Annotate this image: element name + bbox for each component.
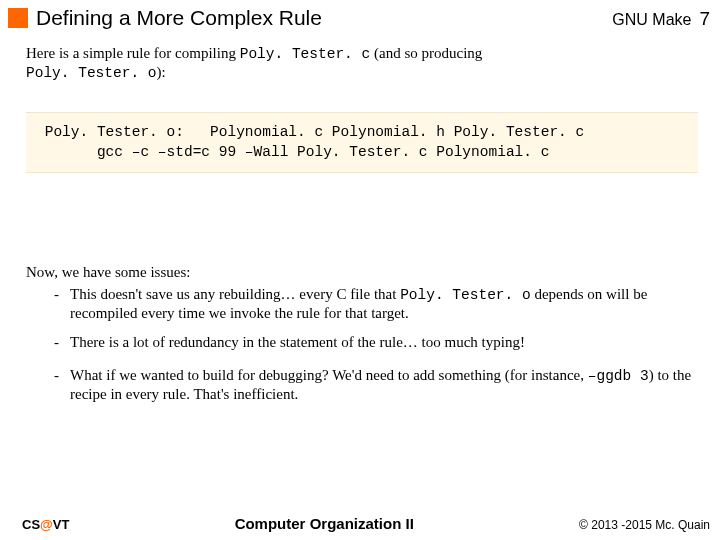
bullet-dash: -: [54, 333, 70, 352]
bullet-text: There is a lot of redundancy in the stat…: [70, 333, 698, 352]
slide-content: Here is a simple rule for compiling Poly…: [0, 34, 720, 404]
bullet-text-part: What if we wanted to build for debugging…: [70, 367, 588, 383]
footer-vt: VT: [53, 517, 70, 532]
bullet-item: - There is a lot of redundancy in the st…: [54, 333, 698, 352]
intro-text: (and so producing: [370, 45, 482, 61]
intro-text: ):: [157, 64, 166, 80]
orange-square-icon: [8, 8, 28, 28]
code-inline: Poly. Tester. c: [240, 46, 371, 62]
bullet-item: - This doesn't save us any rebuilding… e…: [54, 285, 698, 323]
page-number: 7: [699, 8, 710, 30]
header-label: GNU Make: [612, 11, 691, 29]
footer-left: CS@VT: [22, 517, 69, 532]
intro-text: Here is a simple rule for compiling: [26, 45, 240, 61]
bullet-text-part: This doesn't save us any rebuilding… eve…: [70, 286, 400, 302]
code-block: Poly. Tester. o: Polynomial. c Polynomia…: [26, 112, 698, 173]
bullet-dash: -: [54, 366, 70, 404]
bullet-text: What if we wanted to build for debugging…: [70, 366, 698, 404]
footer-center: Computer Organization II: [69, 515, 579, 532]
header-right: GNU Make 7: [612, 8, 710, 30]
bullet-item: - What if we wanted to build for debuggi…: [54, 366, 698, 404]
bullet-dash: -: [54, 285, 70, 323]
code-inline: Poly. Tester. o: [26, 65, 157, 81]
code-inline: Poly. Tester. o: [400, 287, 531, 303]
issues-lead: Now, we have some issues:: [26, 263, 698, 282]
footer-at: @: [40, 517, 53, 532]
bullet-text: This doesn't save us any rebuilding… eve…: [70, 285, 698, 323]
slide-header: Defining a More Complex Rule GNU Make 7: [0, 0, 720, 34]
intro-paragraph: Here is a simple rule for compiling Poly…: [26, 44, 698, 82]
footer-copyright: © 2013 -2015 Mc. Quain: [579, 518, 710, 532]
slide-footer: CS@VT Computer Organization II © 2013 -2…: [0, 515, 720, 532]
code-inline: –ggdb 3: [588, 368, 649, 384]
footer-cs: CS: [22, 517, 40, 532]
slide-title: Defining a More Complex Rule: [36, 6, 612, 30]
